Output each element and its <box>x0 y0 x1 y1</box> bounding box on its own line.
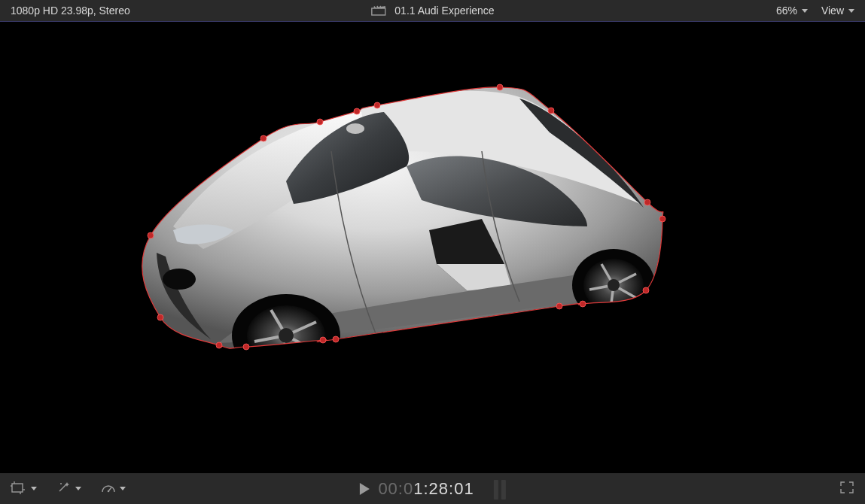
mask-control-point[interactable] <box>320 337 326 343</box>
svg-point-29 <box>60 483 62 484</box>
svg-point-22 <box>346 123 364 134</box>
clip-title-area[interactable]: 01.1 Audi Experience <box>370 4 494 18</box>
mask-control-point[interactable] <box>260 135 267 141</box>
svg-point-31 <box>108 490 110 493</box>
svg-point-21 <box>608 279 620 291</box>
mask-control-point[interactable] <box>643 287 649 293</box>
audio-meter-right <box>501 480 506 499</box>
timecode-display[interactable]: 00:01:28:01 <box>378 479 474 499</box>
chevron-down-icon <box>802 9 808 13</box>
view-menu-label: View <box>821 5 844 17</box>
viewer-bottom-bar: 00:01:28:01 <box>0 473 865 504</box>
zoom-level-dropdown[interactable]: 66% <box>776 5 808 17</box>
playback-controls: 00:01:28:01 <box>359 478 505 499</box>
timecode-dim: 00:0 <box>378 479 413 498</box>
chevron-down-icon <box>848 9 854 13</box>
mask-control-point[interactable] <box>243 344 249 350</box>
viewer-canvas-area[interactable] <box>0 21 865 473</box>
transform-tool-menu[interactable] <box>11 481 37 496</box>
clip-title: 01.1 Audi Experience <box>394 5 494 17</box>
chevron-down-icon <box>120 487 126 490</box>
zoom-level-value: 66% <box>776 5 797 17</box>
chevron-down-icon <box>31 487 37 490</box>
mask-control-point[interactable] <box>644 199 650 205</box>
viewer-content-svg[interactable] <box>60 38 806 457</box>
mask-control-point[interactable] <box>374 102 380 108</box>
play-button[interactable] <box>359 483 369 495</box>
fullscreen-icon <box>839 481 854 494</box>
timecode-bright: 1:28:01 <box>413 479 474 498</box>
enhancements-tool-menu[interactable] <box>56 481 81 496</box>
svg-point-13 <box>279 328 294 343</box>
magic-wand-icon <box>56 481 72 496</box>
mask-control-point[interactable] <box>580 301 586 307</box>
clapperboard-icon <box>370 4 385 18</box>
chevron-down-icon <box>75 487 81 490</box>
viewer-top-bar: 1080p HD 23.98p, Stereo 01.1 Audi Experi… <box>0 0 865 21</box>
mask-control-point[interactable] <box>317 119 323 125</box>
audio-meter-left <box>494 480 498 499</box>
mask-control-point[interactable] <box>548 108 554 114</box>
mask-control-point[interactable] <box>333 336 339 342</box>
mask-control-point[interactable] <box>354 108 360 114</box>
car-image <box>142 87 662 377</box>
svg-rect-0 <box>371 8 385 15</box>
svg-rect-23 <box>12 484 23 492</box>
viewer-frame[interactable] <box>60 38 806 457</box>
mask-control-point[interactable] <box>157 314 163 320</box>
mask-control-point[interactable] <box>497 84 503 90</box>
mask-control-point[interactable] <box>556 303 562 309</box>
transform-crop-icon <box>11 481 27 496</box>
mask-control-point[interactable] <box>216 342 222 348</box>
format-info: 1080p HD 23.98p, Stereo <box>11 5 130 17</box>
speedometer-icon <box>101 481 116 496</box>
fullscreen-button[interactable] <box>839 481 854 496</box>
mask-control-point[interactable] <box>659 216 666 222</box>
mask-control-point[interactable] <box>148 232 154 238</box>
audio-meters[interactable] <box>494 478 506 499</box>
svg-point-5 <box>163 269 196 290</box>
view-menu-dropdown[interactable]: View <box>821 5 854 17</box>
retime-tool-menu[interactable] <box>101 481 126 496</box>
